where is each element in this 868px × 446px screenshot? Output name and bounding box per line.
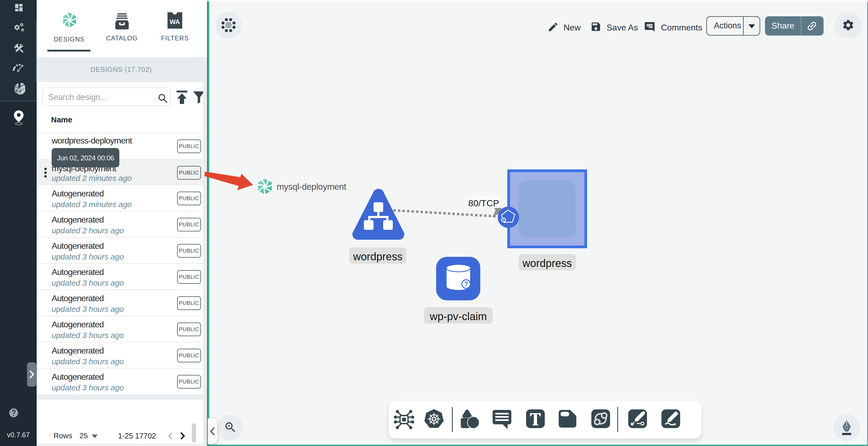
svg-text:WA: WA [169,18,180,25]
svg-text:?: ? [464,281,468,287]
